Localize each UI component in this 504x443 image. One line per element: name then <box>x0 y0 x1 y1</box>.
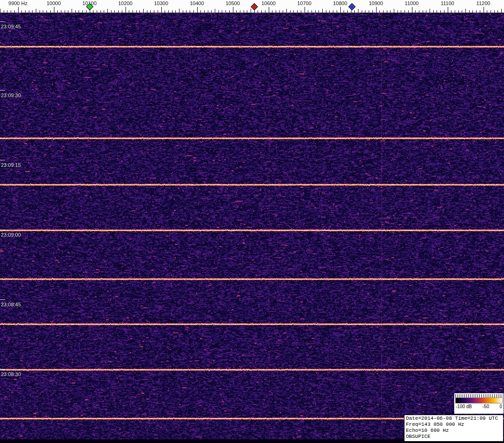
ruler-tick <box>129 10 129 13</box>
ruler-tick <box>254 10 255 13</box>
ruler-tick <box>32 10 33 13</box>
ruler-tick <box>72 9 72 13</box>
ruler-tick <box>122 10 122 13</box>
ruler-tick <box>480 10 480 13</box>
ruler-tick <box>57 10 58 13</box>
ruler-tick <box>354 10 355 13</box>
colorbar-gradient <box>455 397 503 403</box>
info-echo: Echo=10 600 Hz <box>406 428 502 434</box>
ruler-tick <box>387 10 387 13</box>
ruler-tick <box>175 10 176 13</box>
frequency-ruler[interactable]: 9900 Hz100001010010200103001040010500106… <box>0 0 504 13</box>
ruler-tick <box>491 10 491 13</box>
ruler-tick <box>50 10 51 13</box>
ruler-tick <box>236 10 237 13</box>
ruler-tick <box>261 10 262 13</box>
ruler-tick <box>312 10 312 13</box>
colorbar-ticks <box>455 394 503 397</box>
ruler-tick <box>183 10 183 13</box>
ruler-tick <box>222 10 222 13</box>
ruler-tick <box>497 10 498 13</box>
red-marker-diamond-icon[interactable] <box>251 3 258 11</box>
ruler-tick <box>448 7 448 13</box>
ruler-tick <box>487 10 487 13</box>
ruler-tick <box>46 10 47 13</box>
info-observer: OBSUPICE <box>406 434 502 440</box>
blue-marker-diamond-icon[interactable] <box>348 3 356 11</box>
ruler-tick <box>301 10 301 13</box>
ruler-tick <box>484 7 484 13</box>
ruler-tick <box>147 10 147 13</box>
ruler-tick <box>501 9 502 13</box>
ruler-tick <box>405 10 405 13</box>
ruler-frequency-label: 10700 <box>297 0 312 6</box>
ruler-tick <box>168 10 169 13</box>
ruler-tick <box>337 10 337 13</box>
ruler-tick <box>29 10 29 13</box>
ruler-tick <box>186 10 186 13</box>
ruler-frequency-label: 10400 <box>190 0 204 6</box>
ruler-tick <box>451 10 451 13</box>
ruler-tick <box>455 10 455 13</box>
ruler-tick <box>118 10 119 13</box>
ruler-tick <box>423 10 423 13</box>
ruler-frequency-label: 10900 <box>369 0 383 6</box>
ruler-tick <box>469 10 470 13</box>
ruler-tick <box>75 10 76 13</box>
ruler-tick <box>97 10 97 13</box>
ruler-tick <box>340 7 341 13</box>
ruler-tick <box>25 10 26 13</box>
ruler-tick <box>208 10 208 13</box>
ruler-tick <box>154 10 154 13</box>
ruler-tick <box>65 10 65 13</box>
ruler-tick <box>225 10 226 13</box>
ruler-tick <box>465 9 466 13</box>
ruler-tick <box>86 10 86 13</box>
ruler-tick <box>408 10 409 13</box>
ruler-tick <box>351 10 351 13</box>
ruler-tick <box>276 10 276 13</box>
ruler-tick <box>233 7 233 13</box>
ruler-tick <box>383 10 384 13</box>
ruler-tick <box>390 10 391 13</box>
ruler-tick <box>14 10 15 13</box>
ruler-tick <box>437 10 437 13</box>
ruler-tick <box>258 10 258 13</box>
ruler-tick <box>229 10 230 13</box>
ruler-tick <box>165 10 165 13</box>
ruler-tick <box>158 10 158 13</box>
ruler-tick <box>412 7 412 13</box>
colorbar-label-min: -100 dB <box>456 403 472 410</box>
ruler-tick <box>322 9 323 13</box>
ruler-tick <box>472 10 473 13</box>
ruler-tick <box>269 7 269 13</box>
ruler-tick <box>82 10 83 13</box>
ruler-tick <box>362 10 362 13</box>
ruler-tick <box>197 7 198 13</box>
ruler-tick <box>347 10 348 13</box>
ruler-tick <box>476 10 477 13</box>
ruler-tick <box>54 7 54 13</box>
ruler-tick <box>462 10 462 13</box>
ruler-tick <box>193 10 194 13</box>
ruler-tick <box>394 9 394 13</box>
ruler-frequency-label: 9900 Hz <box>8 0 27 6</box>
ruler-tick <box>369 10 369 13</box>
ruler-tick <box>244 10 244 13</box>
spectrogram-canvas[interactable] <box>0 13 504 443</box>
colorbar-label-mid: -50 <box>483 403 489 410</box>
ruler-frequency-label: 11200 <box>477 0 491 6</box>
ruler-tick <box>315 10 316 13</box>
ruler-tick <box>100 10 101 13</box>
ruler-tick <box>68 10 68 13</box>
ruler-tick <box>133 10 133 13</box>
ruler-tick <box>93 10 93 13</box>
ruler-tick <box>18 7 19 13</box>
ruler-tick <box>150 10 151 13</box>
ruler-tick <box>293 10 294 13</box>
ruler-tick <box>333 10 333 13</box>
ruler-tick <box>211 10 212 13</box>
ruler-tick <box>444 10 444 13</box>
ruler-tick <box>272 10 272 13</box>
info-frequency: Freq=143 050 000 Hz <box>406 422 502 428</box>
